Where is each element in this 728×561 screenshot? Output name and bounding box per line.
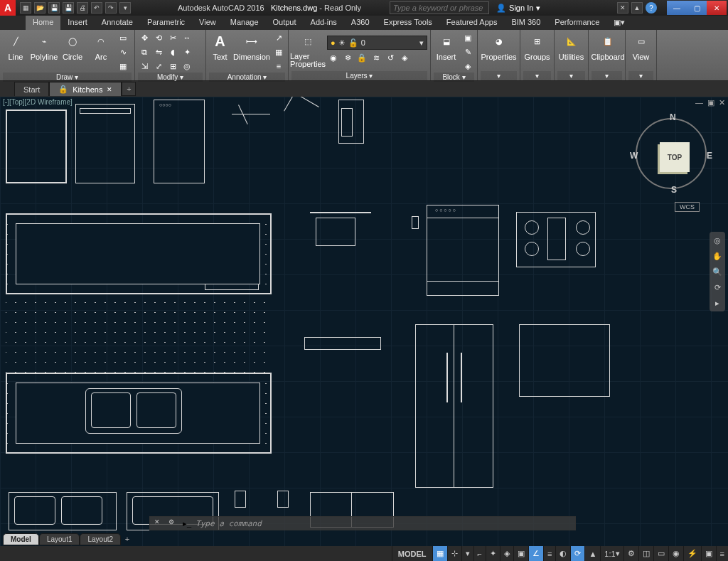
exchange-icon[interactable]: ✕	[617, 2, 628, 14]
signin-button[interactable]: 👤 Sign In ▾	[496, 4, 540, 13]
viewcube-north[interactable]: N	[670, 112, 676, 122]
tab-annotate[interactable]: Annotate	[95, 16, 140, 30]
tab-express[interactable]: Express Tools	[377, 16, 439, 30]
panel-annotation-title[interactable]: Annotation ▾	[209, 73, 285, 82]
nav-wheel-icon[interactable]: ◎	[712, 235, 723, 246]
status-transparency-icon[interactable]: ◐	[555, 546, 570, 561]
extend-icon[interactable]: ↔	[181, 31, 193, 44]
offset-icon[interactable]: ◎	[181, 60, 193, 73]
tab-output[interactable]: Output	[266, 16, 304, 30]
open-icon[interactable]: 📂	[34, 2, 46, 14]
trim-icon[interactable]: ✂	[166, 31, 179, 44]
file-tab-kitchens[interactable]: 🔒 Kitchens ✕	[49, 82, 122, 96]
status-customize-icon[interactable]: ≡	[716, 546, 728, 561]
minimize-button[interactable]: —	[667, 1, 687, 15]
dimension-button[interactable]: ⟼Dimension	[234, 31, 269, 61]
status-isolate-icon[interactable]: ◉	[668, 546, 683, 561]
new-icon[interactable]: ▦	[20, 2, 31, 14]
status-clean-icon[interactable]: ▣	[701, 546, 716, 561]
status-grid-icon[interactable]: ▦	[432, 546, 447, 561]
a-icon[interactable]: ▲	[631, 2, 643, 14]
line-button[interactable]: ╱Line	[3, 31, 28, 61]
panel-view-title[interactable]: ▾	[628, 71, 653, 80]
viewcube[interactable]: TOP N S E W	[628, 111, 714, 196]
fillet-icon[interactable]: ◖	[166, 46, 179, 58]
autocad-logo[interactable]: A	[0, 0, 16, 16]
status-model[interactable]: MODEL	[392, 546, 432, 561]
close-tab-icon[interactable]: ✕	[107, 86, 112, 93]
clipboard-button[interactable]: 📋Clipboard	[592, 31, 624, 61]
undo-icon[interactable]: ↶	[91, 2, 102, 14]
table-icon[interactable]: ▦	[272, 46, 285, 58]
status-lwt-icon[interactable]: ≡	[543, 546, 555, 561]
close-button[interactable]: ✕	[707, 1, 727, 15]
saveas-icon[interactable]: 💾	[63, 2, 74, 14]
arc-button[interactable]: ◠Arc	[88, 31, 114, 61]
nav-showmotion-icon[interactable]: ▸	[712, 297, 723, 309]
status-infer-icon[interactable]: ▾	[461, 546, 473, 561]
panel-utilities-title[interactable]: ▾	[557, 71, 585, 80]
drawing-area[interactable]: [-][Top][2D Wireframe] — ▣ ✕ ○○○○ ○ ○ ○ …	[0, 97, 728, 546]
status-isodraft-icon[interactable]: ◈	[500, 546, 513, 561]
panel-layers-title[interactable]: Layers ▾	[291, 71, 427, 80]
layout-tab-model[interactable]: Model	[3, 533, 39, 545]
status-ws-icon[interactable]: ◫	[638, 546, 653, 561]
tab-insert[interactable]: Insert	[60, 16, 95, 30]
status-annoscale-icon[interactable]: ▲	[584, 546, 600, 561]
panel-draw-title[interactable]: Draw ▾	[3, 73, 132, 82]
attr-icon[interactable]: ◈	[461, 60, 474, 73]
rectangle-icon[interactable]: ▭	[117, 31, 129, 44]
status-hwaccel-icon[interactable]: ⚡	[683, 546, 701, 561]
panel-clipboard-title[interactable]: ▾	[592, 71, 622, 80]
layout-tab-2[interactable]: Layout2	[80, 533, 121, 545]
layer-previous-icon[interactable]: ↺	[384, 51, 397, 64]
help-icon[interactable]: ?	[646, 2, 657, 14]
status-otrack-icon[interactable]: ∠	[528, 546, 543, 561]
text-button[interactable]: AText	[209, 31, 231, 61]
leader-icon[interactable]: ↗	[272, 31, 285, 44]
tab-bim360[interactable]: BIM 360	[504, 16, 547, 30]
tab-view[interactable]: View	[192, 16, 223, 30]
layer-isolate-icon[interactable]: ◈	[398, 51, 411, 64]
layout-tab-1[interactable]: Layout1	[39, 533, 80, 545]
layer-off-icon[interactable]: ◉	[327, 51, 340, 64]
tab-manage[interactable]: Manage	[223, 16, 266, 30]
explode-icon[interactable]: ✦	[181, 46, 193, 58]
status-scale[interactable]: 1:1▾	[600, 546, 623, 561]
viewcube-face[interactable]: TOP	[660, 142, 690, 172]
layer-dropdown[interactable]: ● ☀ 🔓 0 ▾	[327, 36, 427, 50]
properties-button[interactable]: ◕Properties	[481, 31, 517, 61]
panel-block-title[interactable]: Block ▾	[434, 73, 474, 82]
maximize-button[interactable]: ▢	[687, 1, 707, 15]
nav-orbit-icon[interactable]: ⟳	[712, 282, 723, 293]
move-icon[interactable]: ✥	[138, 31, 151, 44]
groups-button[interactable]: ⊞Groups	[523, 31, 551, 61]
panel-groups-title[interactable]: ▾	[523, 71, 551, 80]
layout-add-button[interactable]: +	[121, 535, 134, 543]
status-cycling-icon[interactable]: ⟳	[570, 546, 584, 561]
edit-block-icon[interactable]: ✎	[461, 46, 474, 58]
polyline-button[interactable]: ⌁Polyline	[31, 31, 57, 61]
cmdline-close-icon[interactable]: ✕	[154, 518, 164, 528]
layer-lock-icon[interactable]: 🔒	[355, 51, 368, 64]
status-ortho-icon[interactable]: ⌐	[473, 546, 486, 561]
command-line[interactable]: ✕ ⚙ ▸_ Type a command	[149, 516, 576, 530]
array-icon[interactable]: ⊞	[166, 60, 179, 73]
view-button[interactable]: ▭View	[628, 31, 653, 61]
file-tab-start[interactable]: Start	[14, 82, 49, 96]
spline-icon[interactable]: ∿	[117, 46, 129, 58]
tab-featured[interactable]: Featured Apps	[439, 16, 505, 30]
tab-performance[interactable]: Performance	[547, 16, 606, 30]
qat-dropdown-icon[interactable]: ▾	[119, 2, 131, 14]
hatch-icon[interactable]: ▦	[117, 60, 129, 73]
panel-properties-title[interactable]: ▾	[481, 71, 517, 80]
insert-button[interactable]: ⬓Insert	[434, 31, 459, 61]
utilities-button[interactable]: 📐Utilities	[557, 31, 585, 61]
tab-addins[interactable]: Add-ins	[304, 16, 344, 30]
wcs-badge[interactable]: WCS	[675, 202, 700, 212]
nav-zoom-icon[interactable]: 🔍	[712, 266, 723, 277]
scale-icon[interactable]: ⤢	[152, 60, 165, 73]
create-block-icon[interactable]: ▣	[461, 31, 474, 44]
viewcube-east[interactable]: E	[707, 151, 712, 161]
status-monitor-icon[interactable]: ▭	[653, 546, 668, 561]
